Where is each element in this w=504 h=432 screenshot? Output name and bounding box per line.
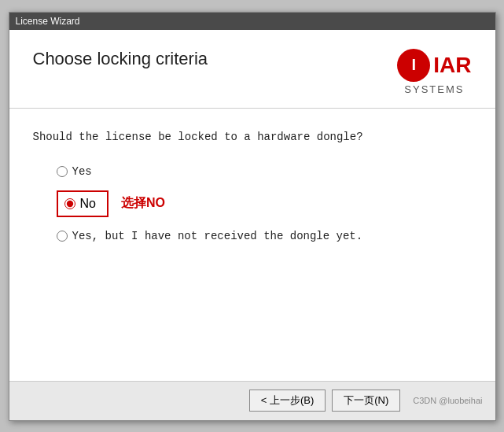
radio-no-label: No [80,197,96,211]
iar-logo: I IAR SYSTEMS [397,49,471,95]
back-button[interactable]: < 上一步(B) [249,390,326,412]
radio-group: Yes No 选择NO Yes, but I have not received… [57,165,472,242]
title-bar: License Wizard [9,13,495,30]
logo-icon-letter: I [411,56,416,74]
window-title: License Wizard [16,16,80,27]
iar-logo-icon: I [397,49,430,82]
page-title: Choose locking criteria [33,49,208,69]
radio-item-yes: Yes [57,165,472,178]
radio-yes-not-received[interactable] [57,231,68,242]
iar-logo-row: I IAR [397,49,471,82]
content-area: Choose locking criteria I IAR SYSTEMS Sh… [9,30,495,381]
radio-yes-not-received-label: Yes, but I have not received the dongle … [72,230,363,242]
choose-no-annotation: 选择NO [121,195,165,212]
radio-item-yes-not-received: Yes, but I have not received the dongle … [57,230,472,242]
next-button[interactable]: 下一页(N) [332,390,400,412]
watermark: C3DN @luobeihai [413,396,482,405]
header-section: Choose locking criteria I IAR SYSTEMS [9,30,495,109]
body-section: Should the license be locked to a hardwa… [9,109,495,381]
license-wizard-window: License Wizard Choose locking criteria I… [9,12,496,421]
no-radio-wrapper: No 选择NO [57,190,472,217]
iar-text: IAR [433,54,471,76]
radio-yes-label: Yes [72,165,92,178]
radio-no[interactable] [64,198,75,209]
radio-yes[interactable] [57,166,68,177]
question-text: Should the license be locked to a hardwa… [33,131,472,143]
systems-text: SYSTEMS [404,83,464,95]
no-box: No [57,190,109,217]
footer-section: < 上一步(B) 下一页(N) C3DN @luobeihai [9,381,495,420]
